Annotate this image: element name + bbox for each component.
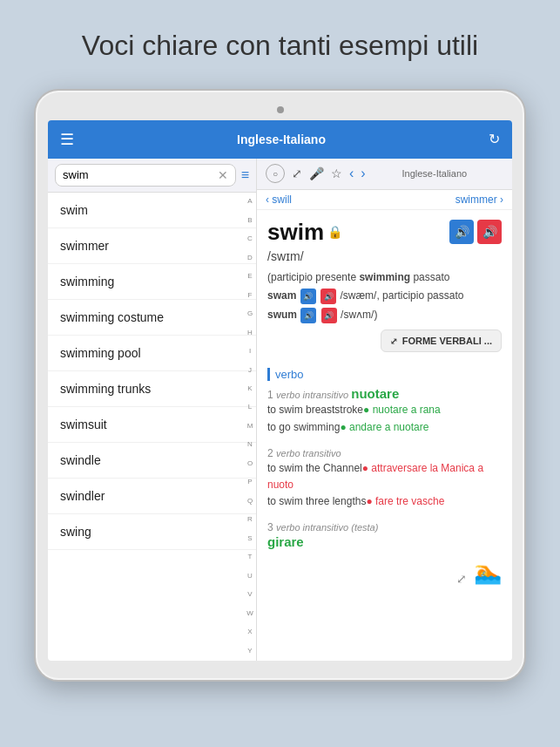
list-item[interactable]: swindle	[48, 443, 256, 479]
toolbar-refresh-button[interactable]: ↻	[485, 129, 503, 149]
alpha-t[interactable]: T	[248, 553, 253, 560]
example-en-1b: to go swimming	[267, 421, 340, 433]
alpha-i[interactable]: I	[249, 348, 251, 355]
alpha-b[interactable]: B	[247, 217, 252, 224]
main-content: ✕ ≡ swim swimmer swimming swimming costu…	[48, 159, 512, 661]
alpha-l[interactable]: L	[248, 404, 252, 411]
lock-icon: 🔒	[327, 225, 342, 239]
def-examples-2: to swim the Channel● attraversare la Man…	[267, 460, 502, 511]
word-forms: (participio presente swimming passato sw…	[267, 268, 502, 325]
example-en-2b: to swim three lengths	[267, 495, 366, 507]
forms-line2: participio passato	[382, 289, 463, 302]
toolbar-title: Inglese-Italiano	[83, 132, 480, 146]
alpha-c[interactable]: C	[247, 235, 253, 242]
search-input[interactable]	[63, 168, 214, 181]
expand-fullscreen-icon[interactable]: ⤢	[456, 572, 467, 586]
swam-audio-us[interactable]: 🔊	[320, 289, 336, 304]
forms-word2: swum	[267, 309, 297, 321]
nav-prev-button[interactable]: ‹ swill	[266, 194, 292, 206]
def-italian-3: girare	[267, 534, 304, 549]
example-it-2b[interactable]: fare tre vasche	[375, 495, 444, 507]
list-item[interactable]: swimming pool	[48, 336, 256, 371]
right-content: swim🔒 🔊 🔊 /swɪm/ (participio presente sw	[257, 210, 512, 661]
audio-buttons: 🔊 🔊	[449, 220, 502, 244]
definition-block-3: 3 verbo intransitivo (testa) girare	[267, 519, 502, 550]
swimmer-illustration: 🏊	[474, 559, 502, 586]
right-panel: ○ ⤢ 🎤 ☆ ‹ › Inglese-Italiano ‹ swill swi…	[257, 159, 512, 661]
alpha-x[interactable]: X	[247, 628, 252, 635]
alpha-w[interactable]: W	[246, 610, 253, 617]
list-item[interactable]: swindler	[48, 479, 256, 514]
alpha-y[interactable]: Y	[247, 648, 252, 655]
alpha-d[interactable]: D	[247, 255, 253, 261]
alpha-p[interactable]: P	[247, 479, 252, 486]
search-clear-icon[interactable]: ✕	[218, 168, 228, 182]
audio-us-button[interactable]: 🔊	[477, 220, 502, 244]
definition-block-2: 2 verbo transitivo to swim the Channel● …	[267, 445, 502, 511]
swum-audio-us[interactable]: 🔊	[321, 308, 337, 323]
alpha-u[interactable]: U	[247, 573, 253, 580]
ipad-frame: ☰ Inglese-Italiano ↻ ✕ ≡	[34, 89, 526, 682]
forms-phon2: /swʌm/)	[341, 309, 377, 321]
alpha-e[interactable]: E	[247, 273, 252, 280]
bullet-1a: ●	[363, 404, 373, 416]
page-header: Voci chiare con tanti esempi utili	[0, 0, 560, 89]
swum-audio-uk[interactable]: 🔊	[300, 308, 316, 323]
list-item[interactable]: swimming costume	[48, 300, 256, 336]
expand-arrows-icon: ⤢	[390, 336, 397, 346]
mic-icon[interactable]: 🎤	[309, 166, 324, 180]
alpha-n[interactable]: N	[247, 441, 253, 448]
list-item[interactable]: swimming trunks	[48, 371, 256, 407]
def-num-3: 3	[267, 521, 276, 533]
alpha-o[interactable]: O	[247, 460, 253, 467]
search-list-icon[interactable]: ≡	[241, 167, 249, 183]
alpha-s[interactable]: S	[247, 535, 252, 542]
section-label: verbo	[267, 368, 502, 381]
verbal-forms-label: FORME VERBALI ...	[402, 336, 492, 346]
alpha-g[interactable]: G	[247, 310, 253, 317]
word-list: swim swimmer swimming swimming costume s…	[48, 193, 256, 661]
def-italian-1: nuotare	[351, 386, 399, 401]
list-item[interactable]: swim	[48, 193, 256, 228]
alpha-k[interactable]: K	[247, 385, 252, 392]
def-type-2: verbo transitivo	[276, 448, 341, 458]
prev-icon[interactable]: ‹	[349, 166, 354, 181]
toolbar-menu-icon[interactable]: ☰	[57, 128, 78, 151]
alpha-a[interactable]: A	[247, 198, 252, 205]
expand-icon[interactable]: ⤢	[292, 166, 302, 180]
swam-audio-uk[interactable]: 🔊	[300, 289, 316, 304]
example-en-1a: to swim breaststroke	[267, 404, 363, 416]
alpha-j[interactable]: J	[248, 367, 252, 374]
right-toolbar-lang: Inglese-Italiano	[366, 168, 503, 179]
alphabet-sidebar: A B C D E F G H I J K L M	[244, 193, 256, 661]
example-it-1a[interactable]: nuotare a rana	[373, 404, 441, 416]
alpha-f[interactable]: F	[248, 292, 253, 299]
star-icon[interactable]: ☆	[331, 166, 342, 180]
forms-word1: swam	[267, 289, 296, 302]
alpha-v[interactable]: V	[247, 591, 252, 598]
list-item[interactable]: swimsuit	[48, 407, 256, 443]
alpha-r[interactable]: R	[247, 516, 253, 523]
nav-next-button[interactable]: swimmer ›	[455, 194, 503, 206]
phonetic: /swɪm/	[267, 249, 502, 263]
def-type-1: verbo intransitivo	[276, 390, 351, 400]
alpha-m[interactable]: M	[247, 423, 253, 430]
definition-block-1: 1 verbo intransitivo nuotare to swim bre…	[267, 386, 502, 435]
alpha-q[interactable]: Q	[247, 498, 253, 505]
circle-icon[interactable]: ○	[266, 164, 285, 183]
list-item[interactable]: swing	[48, 514, 256, 550]
alpha-h[interactable]: H	[247, 329, 253, 336]
bullet-1b: ●	[340, 421, 349, 433]
audio-uk-button[interactable]: 🔊	[449, 220, 474, 244]
verbal-forms-button[interactable]: ⤢ FORME VERBALI ...	[381, 329, 502, 352]
left-panel: ✕ ≡ swim swimmer swimming swimming costu…	[48, 159, 257, 661]
forms-phon1: /swæm/,	[340, 289, 379, 302]
list-item[interactable]: swimming	[48, 264, 256, 300]
ipad-camera	[277, 106, 284, 113]
right-toolbar: ○ ⤢ 🎤 ☆ ‹ › Inglese-Italiano	[257, 159, 512, 190]
list-item[interactable]: swimmer	[48, 228, 256, 264]
forms-line1: (participio presente	[267, 271, 359, 283]
def-type-3: verbo intransitivo (testa)	[276, 522, 378, 533]
example-it-1b[interactable]: andare a nuotare	[349, 421, 428, 433]
def-num-1: 1	[267, 389, 276, 401]
